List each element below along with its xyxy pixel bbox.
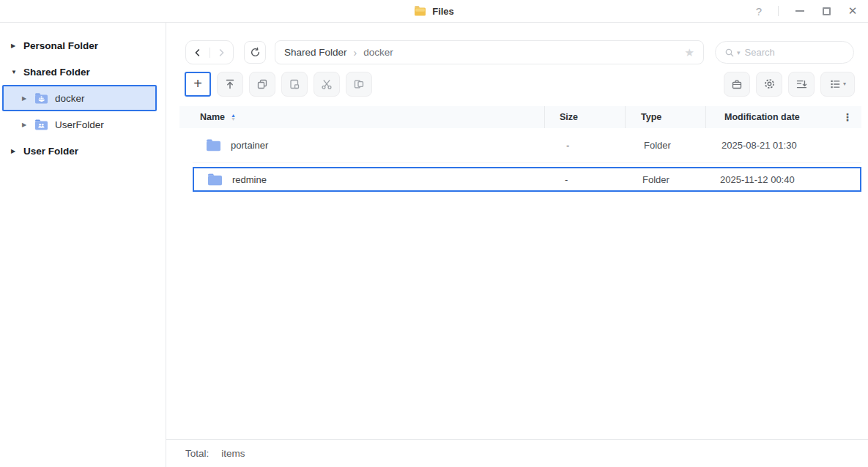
refresh-button[interactable] (244, 41, 266, 64)
sidebar-item-label: User Folder (23, 146, 78, 157)
chevron-right-icon[interactable]: ▶ (11, 148, 23, 154)
column-label: Name (200, 112, 225, 122)
settings-button[interactable] (756, 72, 782, 97)
sidebar-item-userfolder[interactable]: ▶ UserFolder (2, 111, 157, 138)
cell-name: redmine (194, 168, 543, 190)
duplicate-icon (353, 78, 365, 90)
column-label: Size (560, 112, 578, 122)
briefcase-icon (731, 78, 743, 90)
file-row-redmine[interactable]: redmine - Folder 2025-11-12 00:40 (193, 167, 861, 192)
column-options-button[interactable]: ⋮ (834, 106, 861, 128)
cell-type: Folder (625, 128, 705, 162)
column-label: Modification date (724, 112, 800, 122)
cell-size: - (544, 128, 625, 162)
table-header: Name ▲ ▼ Size Type Modification date ⋮ (179, 106, 861, 128)
sidebar-item-personal-folder[interactable]: ▶ Personal Folder (2, 32, 157, 59)
search-scope-caret-icon[interactable]: ▾ (737, 49, 741, 56)
search-input[interactable] (745, 47, 845, 58)
chevron-right-icon[interactable]: ▶ (11, 42, 23, 49)
upload-button[interactable] (217, 72, 243, 97)
sidebar-item-label: Shared Folder (23, 67, 90, 78)
sidebar-item-label: UserFolder (55, 119, 104, 130)
new-item-button[interactable]: + (185, 72, 211, 97)
upload-icon (224, 78, 236, 90)
column-header-size[interactable]: Size (544, 106, 625, 128)
sidebar-item-label: Personal Folder (23, 40, 98, 51)
app-title: Files (432, 6, 454, 17)
search-box[interactable]: ▾ (715, 41, 854, 64)
view-mode-caret-icon: ▾ (843, 81, 846, 87)
window-controls: ? ✕ (756, 0, 858, 22)
column-header-name[interactable]: Name ▲ ▼ (179, 106, 544, 128)
column-header-type[interactable]: Type (625, 106, 705, 128)
maximize-icon (823, 7, 831, 15)
column-label: Type (641, 112, 661, 122)
sort-icon (795, 78, 807, 90)
cell-name: portainer (193, 128, 544, 162)
history-nav-group (185, 40, 234, 64)
breadcrumb-current[interactable]: docker (363, 47, 393, 58)
column-header-modification-date[interactable]: Modification date (705, 106, 834, 128)
breadcrumb-root[interactable]: Shared Folder (284, 47, 347, 58)
cell-modification-date: 2025-08-21 01:30 (705, 128, 834, 162)
toolbox-button[interactable] (724, 72, 750, 97)
titlebar-divider (778, 6, 779, 16)
plus-icon: + (193, 76, 202, 91)
files-app-window: Files ? ✕ ▶ Personal Folder ▼ Shared Fol… (0, 0, 868, 467)
paste-icon (289, 78, 300, 90)
sidebar-item-user-folder[interactable]: ▶ User Folder (2, 138, 157, 164)
breadcrumb: Shared Folder › docker ★ (275, 40, 704, 64)
action-toolbar: + (185, 71, 855, 97)
cut-scissors-icon (321, 78, 333, 90)
app-title-group: Files (0, 0, 868, 22)
dots-vertical-icon: ⋮ (842, 111, 853, 123)
maximize-button[interactable] (821, 6, 831, 16)
refresh-icon (250, 47, 261, 58)
minimize-button[interactable] (795, 6, 805, 16)
chevron-right-icon[interactable]: ▶ (22, 122, 34, 128)
items-label: items (221, 448, 245, 459)
forward-button[interactable] (210, 41, 234, 64)
cell-modification-date: 2025-11-12 00:40 (704, 168, 832, 190)
sidebar-item-label: docker (55, 93, 85, 104)
sort-indicator[interactable]: ▲ ▼ (231, 113, 236, 121)
folder-icon (206, 139, 221, 152)
copy-icon (256, 78, 268, 90)
duplicate-button[interactable] (346, 72, 372, 97)
file-name: portainer (231, 140, 268, 151)
paste-button[interactable] (281, 72, 308, 97)
gear-icon (763, 78, 776, 90)
back-chevron-icon (193, 48, 203, 58)
cell-size: - (543, 168, 623, 190)
file-list: portainer - Folder 2025-08-21 01:30 redm… (193, 128, 861, 439)
file-row-portainer[interactable]: portainer - Folder 2025-08-21 01:30 (193, 128, 861, 163)
chevron-right-icon[interactable]: ▶ (22, 95, 34, 102)
cell-menu (834, 128, 861, 162)
sidebar: ▶ Personal Folder ▼ Shared Folder ▶ (0, 23, 166, 467)
view-mode-button[interactable]: ▾ (820, 72, 855, 97)
sort-button[interactable] (788, 72, 815, 97)
sidebar-item-shared-folder[interactable]: ▼ Shared Folder (2, 59, 157, 85)
users-folder-icon (34, 119, 48, 130)
view-toolbar: ▾ (724, 72, 855, 97)
help-button[interactable]: ? (756, 5, 762, 18)
titlebar: Files ? ✕ (0, 0, 868, 23)
cell-type: Folder (623, 168, 704, 190)
copy-button[interactable] (249, 72, 275, 97)
list-view-icon (829, 78, 841, 90)
chevron-down-icon[interactable]: ▼ (11, 69, 23, 75)
cut-button[interactable] (314, 72, 340, 97)
total-label: Total: (185, 448, 209, 459)
forward-chevron-icon (216, 48, 226, 58)
content-area: Shared Folder › docker ★ ▾ + (166, 23, 868, 467)
close-button[interactable]: ✕ (847, 6, 858, 16)
favorite-star-icon[interactable]: ★ (685, 46, 694, 59)
navigation-row: Shared Folder › docker ★ ▾ (185, 40, 854, 64)
folder-icon (207, 173, 223, 186)
sidebar-item-docker[interactable]: ▶ docker (2, 85, 157, 111)
status-bar: Total: items (166, 439, 868, 467)
sort-descending-icon: ▼ (231, 117, 236, 121)
file-name: redmine (232, 174, 267, 185)
back-button[interactable] (186, 41, 209, 64)
docker-folder-icon (34, 93, 48, 104)
